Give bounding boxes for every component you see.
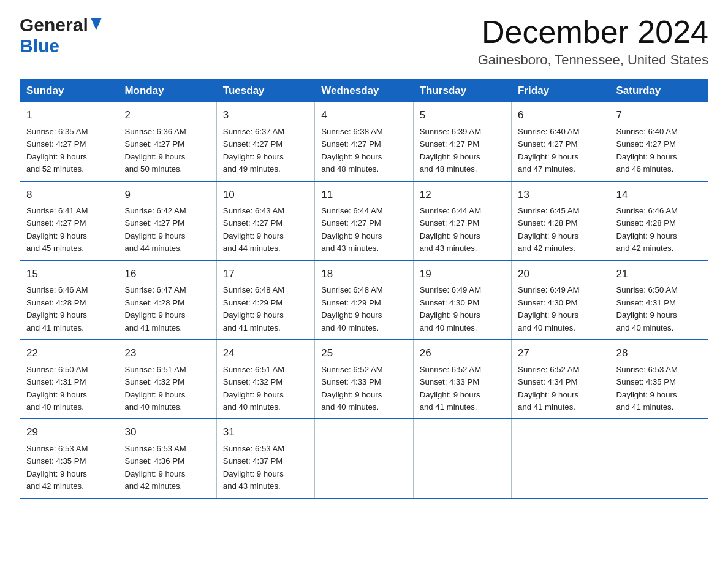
day-number: 27 — [518, 345, 603, 361]
logo-triangle-icon — [91, 18, 102, 34]
calendar-cell: 21Sunrise: 6:50 AMSunset: 4:31 PMDayligh… — [610, 261, 708, 340]
day-number: 28 — [616, 345, 702, 361]
cell-text: Sunrise: 6:40 AMSunset: 4:27 PMDaylight:… — [518, 127, 579, 174]
cell-text: Sunrise: 6:50 AMSunset: 4:31 PMDaylight:… — [26, 365, 88, 412]
day-number: 20 — [518, 266, 603, 282]
calendar-cell: 26Sunrise: 6:52 AMSunset: 4:33 PMDayligh… — [413, 340, 511, 419]
cell-text: Sunrise: 6:37 AMSunset: 4:27 PMDaylight:… — [223, 127, 284, 174]
day-number: 16 — [124, 266, 210, 282]
calendar-header: Sunday Monday Tuesday Wednesday Thursday… — [20, 80, 708, 102]
calendar-week-4: 22Sunrise: 6:50 AMSunset: 4:31 PMDayligh… — [20, 340, 708, 419]
cell-text: Sunrise: 6:41 AMSunset: 4:27 PMDaylight:… — [26, 206, 88, 253]
page-header: General Blue December 2024 Gainesboro, T… — [20, 15, 708, 68]
calendar-cell: 17Sunrise: 6:48 AMSunset: 4:29 PMDayligh… — [216, 261, 314, 340]
day-number: 15 — [26, 266, 112, 282]
day-number: 19 — [420, 266, 505, 282]
cell-text: Sunrise: 6:44 AMSunset: 4:27 PMDaylight:… — [420, 206, 481, 253]
calendar-week-5: 29Sunrise: 6:53 AMSunset: 4:35 PMDayligh… — [20, 419, 708, 498]
calendar-cell: 20Sunrise: 6:49 AMSunset: 4:30 PMDayligh… — [512, 261, 610, 340]
calendar-cell: 16Sunrise: 6:47 AMSunset: 4:28 PMDayligh… — [118, 261, 216, 340]
calendar-cell — [413, 419, 511, 498]
day-number: 3 — [223, 107, 308, 123]
day-number: 14 — [616, 187, 702, 203]
cell-text: Sunrise: 6:46 AMSunset: 4:28 PMDaylight:… — [616, 206, 678, 253]
calendar-cell: 29Sunrise: 6:53 AMSunset: 4:35 PMDayligh… — [20, 419, 118, 498]
day-number: 26 — [420, 345, 505, 361]
calendar-cell: 2Sunrise: 6:36 AMSunset: 4:27 PMDaylight… — [118, 102, 216, 182]
day-number: 30 — [124, 424, 210, 440]
header-tuesday: Tuesday — [216, 80, 314, 102]
cell-text: Sunrise: 6:43 AMSunset: 4:27 PMDaylight:… — [223, 206, 284, 253]
calendar-cell: 6Sunrise: 6:40 AMSunset: 4:27 PMDaylight… — [512, 102, 610, 182]
svg-marker-0 — [91, 18, 102, 30]
day-number: 2 — [124, 107, 210, 123]
calendar-cell: 4Sunrise: 6:38 AMSunset: 4:27 PMDaylight… — [315, 102, 413, 182]
day-number: 4 — [321, 107, 406, 123]
header-saturday: Saturday — [610, 80, 708, 102]
day-number: 1 — [26, 107, 112, 123]
calendar-table: Sunday Monday Tuesday Wednesday Thursday… — [20, 79, 708, 499]
calendar-body: 1Sunrise: 6:35 AMSunset: 4:27 PMDaylight… — [20, 102, 708, 499]
day-number: 11 — [321, 187, 406, 203]
cell-text: Sunrise: 6:53 AMSunset: 4:36 PMDaylight:… — [124, 444, 186, 491]
header-sunday: Sunday — [20, 80, 118, 102]
day-number: 31 — [223, 424, 308, 440]
location-title: Gainesboro, Tennessee, United States — [478, 52, 708, 68]
calendar-cell: 5Sunrise: 6:39 AMSunset: 4:27 PMDaylight… — [413, 102, 511, 182]
day-number: 5 — [420, 107, 505, 123]
calendar-week-1: 1Sunrise: 6:35 AMSunset: 4:27 PMDaylight… — [20, 102, 708, 182]
calendar-cell: 8Sunrise: 6:41 AMSunset: 4:27 PMDaylight… — [20, 182, 118, 261]
day-number: 21 — [616, 266, 702, 282]
calendar-cell: 1Sunrise: 6:35 AMSunset: 4:27 PMDaylight… — [20, 102, 118, 182]
calendar-cell — [315, 419, 413, 498]
cell-text: Sunrise: 6:47 AMSunset: 4:28 PMDaylight:… — [124, 285, 186, 332]
cell-text: Sunrise: 6:38 AMSunset: 4:27 PMDaylight:… — [321, 127, 382, 174]
day-number: 23 — [124, 345, 210, 361]
cell-text: Sunrise: 6:51 AMSunset: 4:32 PMDaylight:… — [124, 365, 186, 412]
cell-text: Sunrise: 6:52 AMSunset: 4:33 PMDaylight:… — [321, 365, 382, 412]
cell-text: Sunrise: 6:36 AMSunset: 4:27 PMDaylight:… — [124, 127, 186, 174]
header-friday: Friday — [512, 80, 610, 102]
cell-text: Sunrise: 6:44 AMSunset: 4:27 PMDaylight:… — [321, 206, 382, 253]
calendar-cell: 3Sunrise: 6:37 AMSunset: 4:27 PMDaylight… — [216, 102, 314, 182]
day-number: 7 — [616, 107, 702, 123]
day-number: 18 — [321, 266, 406, 282]
month-title: December 2024 — [478, 15, 708, 50]
cell-text: Sunrise: 6:42 AMSunset: 4:27 PMDaylight:… — [124, 206, 186, 253]
day-number: 8 — [26, 187, 112, 203]
title-block: December 2024 Gainesboro, Tennessee, Uni… — [478, 15, 708, 68]
calendar-cell: 14Sunrise: 6:46 AMSunset: 4:28 PMDayligh… — [610, 182, 708, 261]
calendar-cell: 15Sunrise: 6:46 AMSunset: 4:28 PMDayligh… — [20, 261, 118, 340]
calendar-cell: 19Sunrise: 6:49 AMSunset: 4:30 PMDayligh… — [413, 261, 511, 340]
day-number: 22 — [26, 345, 112, 361]
calendar-cell: 12Sunrise: 6:44 AMSunset: 4:27 PMDayligh… — [413, 182, 511, 261]
calendar-cell — [610, 419, 708, 498]
calendar-cell: 7Sunrise: 6:40 AMSunset: 4:27 PMDaylight… — [610, 102, 708, 182]
calendar-cell: 24Sunrise: 6:51 AMSunset: 4:32 PMDayligh… — [216, 340, 314, 419]
day-number: 12 — [420, 187, 505, 203]
cell-text: Sunrise: 6:50 AMSunset: 4:31 PMDaylight:… — [616, 285, 678, 332]
cell-text: Sunrise: 6:45 AMSunset: 4:28 PMDaylight:… — [518, 206, 579, 253]
cell-text: Sunrise: 6:39 AMSunset: 4:27 PMDaylight:… — [420, 127, 481, 174]
day-number: 13 — [518, 187, 603, 203]
day-number: 25 — [321, 345, 406, 361]
calendar-cell: 9Sunrise: 6:42 AMSunset: 4:27 PMDaylight… — [118, 182, 216, 261]
cell-text: Sunrise: 6:48 AMSunset: 4:29 PMDaylight:… — [321, 285, 382, 332]
logo-general-text: General — [20, 15, 88, 36]
calendar-cell — [512, 419, 610, 498]
cell-text: Sunrise: 6:53 AMSunset: 4:37 PMDaylight:… — [223, 444, 284, 491]
header-wednesday: Wednesday — [315, 80, 413, 102]
day-number: 29 — [26, 424, 112, 440]
cell-text: Sunrise: 6:46 AMSunset: 4:28 PMDaylight:… — [26, 285, 88, 332]
day-number: 6 — [518, 107, 603, 123]
calendar-cell: 27Sunrise: 6:52 AMSunset: 4:34 PMDayligh… — [512, 340, 610, 419]
cell-text: Sunrise: 6:51 AMSunset: 4:32 PMDaylight:… — [223, 365, 284, 412]
day-number: 10 — [223, 187, 308, 203]
calendar-week-2: 8Sunrise: 6:41 AMSunset: 4:27 PMDaylight… — [20, 182, 708, 261]
day-number: 24 — [223, 345, 308, 361]
cell-text: Sunrise: 6:49 AMSunset: 4:30 PMDaylight:… — [518, 285, 579, 332]
calendar-cell: 23Sunrise: 6:51 AMSunset: 4:32 PMDayligh… — [118, 340, 216, 419]
cell-text: Sunrise: 6:53 AMSunset: 4:35 PMDaylight:… — [616, 365, 678, 412]
calendar-cell: 28Sunrise: 6:53 AMSunset: 4:35 PMDayligh… — [610, 340, 708, 419]
logo-blue-text: Blue — [20, 36, 59, 56]
